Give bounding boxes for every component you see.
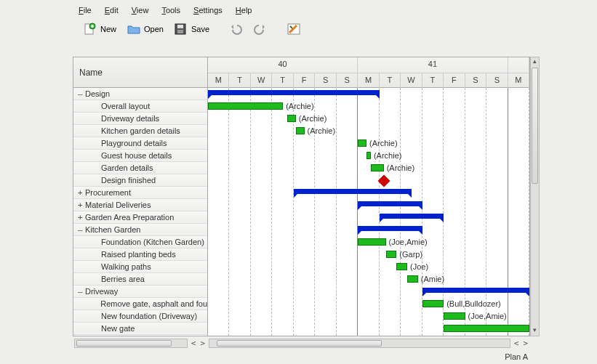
task-bar[interactable] <box>396 263 407 270</box>
tree-scroll-left-icon[interactable]: < <box>189 339 199 348</box>
menu-settings[interactable]: Settings <box>193 6 223 15</box>
tree-toggle-icon[interactable]: + <box>78 213 85 222</box>
tree-toggle-icon[interactable]: + <box>78 201 85 210</box>
tree-row[interactable]: Playground details <box>73 137 207 150</box>
redo-button[interactable] <box>249 20 272 38</box>
horizontal-scrollbars: < > < > <box>73 337 530 349</box>
edit-tool-button[interactable] <box>282 20 305 38</box>
day-cell: T <box>380 73 401 88</box>
task-bar[interactable] <box>296 127 305 134</box>
task-bar[interactable] <box>287 115 296 122</box>
main-panel: Name –DesignOverall layoutDriveway detai… <box>73 57 530 336</box>
tree-row[interactable]: Guest house details <box>73 150 207 162</box>
menu-view[interactable]: View <box>132 6 149 15</box>
gantt-scroll-left-icon[interactable]: < <box>512 339 521 348</box>
timeline-header[interactable]: 4041 MTWTFSSMTWTFSSM <box>208 57 529 88</box>
task-bar[interactable] <box>358 139 366 147</box>
gantt-scroll-right-icon[interactable]: > <box>521 339 530 348</box>
tree-label: New foundation (Driveway) <box>101 312 197 320</box>
task-bar[interactable] <box>444 312 465 320</box>
save-button[interactable]: Save <box>169 20 214 38</box>
milestone-diamond[interactable] <box>377 175 390 187</box>
day-cell: T <box>229 73 250 88</box>
tree-toggle-icon[interactable]: – <box>78 225 85 235</box>
tree-header-name[interactable]: Name <box>73 57 207 88</box>
tree-label: Material Deliveries <box>85 201 151 209</box>
task-bar[interactable] <box>366 152 371 159</box>
gantt-row <box>208 88 529 100</box>
tree-row[interactable]: Remove gate, asphalt and fou <box>73 298 207 310</box>
tree-row[interactable]: Design finished <box>73 174 207 187</box>
tree-toggle-icon[interactable]: – <box>78 89 85 99</box>
week-cell: 40 <box>208 57 358 73</box>
tree-label: Guest house details <box>101 151 172 160</box>
vertical-scrollbar[interactable]: ▴ ▾ <box>530 57 540 336</box>
tree-label: Berries area <box>101 275 145 283</box>
tree-row[interactable]: Driveway details <box>73 113 207 125</box>
scroll-up-icon[interactable]: ▴ <box>531 57 539 67</box>
svg-rect-3 <box>177 25 183 28</box>
new-button[interactable]: New <box>79 20 121 38</box>
tree-toggle-icon[interactable]: – <box>78 287 85 296</box>
new-doc-icon <box>83 23 97 36</box>
menu-help[interactable]: Help <box>236 6 252 15</box>
task-bar[interactable] <box>358 238 385 246</box>
undo-icon <box>228 23 243 36</box>
tree-row[interactable]: –Design <box>73 88 207 100</box>
gantt-row: (Archie) <box>208 162 529 174</box>
summary-bar[interactable] <box>358 201 422 206</box>
task-bar[interactable] <box>422 300 444 307</box>
menu-file[interactable]: File <box>79 6 92 15</box>
tree-row[interactable]: +Procurement <box>73 187 207 199</box>
tree-row[interactable]: +Garden Area Preparation <box>73 211 207 224</box>
summary-bar[interactable] <box>358 226 422 231</box>
tree-row[interactable]: Foundation (Kitchen Garden) <box>73 236 207 248</box>
scroll-down-icon[interactable]: ▾ <box>531 326 539 336</box>
task-bar[interactable] <box>386 251 397 258</box>
tree-row[interactable]: Garden details <box>73 162 207 174</box>
tree-row[interactable]: Kitchen garden details <box>73 125 207 137</box>
scroll-thumb[interactable] <box>532 68 538 184</box>
task-tree[interactable]: –DesignOverall layoutDriveway detailsKit… <box>73 88 207 336</box>
summary-bar[interactable] <box>208 90 380 95</box>
tree-hscrollbar[interactable] <box>74 339 188 348</box>
tree-scroll-right-icon[interactable]: > <box>198 339 207 348</box>
menu-tools[interactable]: Tools <box>161 6 180 15</box>
gantt-row <box>208 187 529 199</box>
summary-bar[interactable] <box>422 288 529 293</box>
gantt-hscrollbar[interactable] <box>209 339 510 348</box>
svg-rect-4 <box>177 30 183 33</box>
gantt-chart[interactable]: (Archie)(Archie)(Archie)(Archie)(Archie)… <box>208 88 529 336</box>
tree-row[interactable]: –Kitchen Garden <box>73 224 207 236</box>
open-folder-icon <box>127 23 141 36</box>
summary-bar[interactable] <box>294 189 412 194</box>
tree-row[interactable]: New gate <box>73 323 207 335</box>
gantt-row: (M <box>208 323 529 335</box>
tree-row[interactable]: –Driveway <box>73 286 207 298</box>
tree-row[interactable]: Raised planting beds <box>73 248 207 261</box>
task-bar[interactable] <box>407 275 418 283</box>
menu-edit[interactable]: Edit <box>105 6 119 15</box>
open-button[interactable]: Open <box>122 20 168 38</box>
tree-row[interactable]: Walking paths <box>73 261 207 273</box>
day-cell: S <box>486 73 508 88</box>
gantt-row: (Bull,Bulldozer) <box>208 298 529 310</box>
tree-row[interactable]: Overall layout <box>73 100 207 113</box>
task-bar[interactable] <box>371 164 384 171</box>
gantt-row: (Archie) <box>208 100 529 113</box>
gantt-row: (Amie) <box>208 273 529 286</box>
task-bar[interactable] <box>208 102 283 110</box>
task-bar[interactable] <box>444 325 529 332</box>
tree-label: Overall layout <box>101 102 150 110</box>
tree-row[interactable]: +Material Deliveries <box>73 199 207 211</box>
tree-row[interactable]: New foundation (Driveway) <box>73 310 207 323</box>
tree-label: Design finished <box>101 176 156 185</box>
tree-toggle-icon[interactable]: + <box>78 188 85 198</box>
tree-row[interactable]: Berries area <box>73 273 207 286</box>
undo-button[interactable] <box>224 20 247 38</box>
resource-label: (Bull,Bulldozer) <box>446 299 501 308</box>
open-label: Open <box>144 25 164 33</box>
tree-row[interactable]: New bricks <box>73 335 207 336</box>
tree-label: Playground details <box>101 139 167 147</box>
summary-bar[interactable] <box>380 214 444 219</box>
